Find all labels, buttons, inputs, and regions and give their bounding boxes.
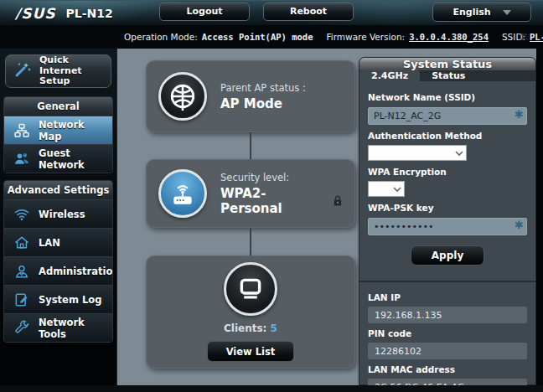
sidebar-item-label: Wireless bbox=[39, 209, 85, 220]
sidebar-item-label: Administration bbox=[39, 266, 113, 277]
clients-icon bbox=[518, 31, 530, 43]
chevron-down-icon bbox=[393, 186, 401, 193]
security-level-card[interactable]: Security level: WPA2-Personal bbox=[146, 159, 355, 228]
globe-icon bbox=[158, 72, 207, 121]
sidebar-item-network-map[interactable]: Network Map bbox=[4, 116, 112, 144]
auth-method-label: Authentication Method bbox=[368, 131, 527, 141]
sidebar-item-network-tools[interactable]: Network Tools bbox=[4, 313, 112, 342]
top-bar: /SUS PL-N12 Logout Reboot English bbox=[0, 0, 543, 25]
sidebar: Quick Internet Setup General Network Map bbox=[0, 49, 117, 392]
ssid-link[interactable]: PL-N12_AC_2G bbox=[530, 32, 543, 42]
parent-ap-card[interactable]: Parent AP status : AP Mode bbox=[146, 60, 355, 132]
operation-mode-label: Operation Mode: bbox=[124, 32, 198, 42]
sidebar-item-label: Quick Internet Setup bbox=[39, 55, 104, 87]
apply-button[interactable]: Apply bbox=[411, 245, 484, 266]
status-tabs: 2.4GHz Status bbox=[359, 70, 535, 81]
firmware-label: Firmware Version: bbox=[327, 32, 406, 42]
language-dropdown[interactable]: English bbox=[432, 3, 531, 22]
pin-code-label: PIN code bbox=[368, 328, 527, 338]
asus-logo: /SUS bbox=[15, 5, 56, 22]
connector-line bbox=[250, 132, 251, 159]
main-content: Parent AP status : AP Mode S bbox=[117, 49, 536, 385]
house-icon bbox=[13, 234, 31, 252]
sidebar-item-label: Network Map bbox=[39, 119, 104, 142]
parent-ap-status-label: Parent AP status : bbox=[220, 82, 306, 94]
firmware-version-link[interactable]: 3.0.0.4.380_254 bbox=[409, 32, 489, 42]
lan-ip-value: 192.168.1.135 bbox=[368, 307, 527, 323]
security-level-value: WPA2-Personal bbox=[220, 186, 328, 216]
system-status-title: System Status bbox=[359, 58, 535, 70]
client-monitor-icon bbox=[224, 262, 277, 316]
sidebar-item-lan[interactable]: LAN bbox=[4, 228, 112, 256]
security-level-label: Security level: bbox=[220, 172, 343, 183]
network-map-icon bbox=[13, 121, 31, 140]
info-row: LAN IP 192.168.1.135 bbox=[368, 292, 527, 323]
lock-icon bbox=[333, 195, 343, 207]
system-status-panel: System Status 2.4GHz Status Network Name… bbox=[359, 57, 536, 385]
tab-status[interactable]: Status bbox=[420, 70, 477, 81]
language-label: English bbox=[452, 7, 490, 18]
sidebar-item-wireless[interactable]: Wireless bbox=[4, 199, 112, 228]
auth-method-select[interactable] bbox=[368, 145, 467, 161]
sidebar-item-guest-network[interactable]: Guest Network bbox=[4, 144, 112, 173]
info-row: PIN code 12286102 bbox=[368, 328, 527, 359]
router-admin-page: /SUS PL-N12 Logout Reboot English Operat… bbox=[0, 0, 543, 392]
clients-card[interactable]: Clients: 5 View List bbox=[146, 255, 355, 369]
lan-mac-label: LAN MAC address bbox=[368, 364, 527, 374]
view-list-button[interactable]: View List bbox=[207, 341, 294, 362]
model-name: PL-N12 bbox=[66, 7, 113, 20]
guest-network-icon bbox=[13, 150, 31, 168]
pin-code-value: 12286102 bbox=[368, 343, 527, 359]
sidebar-item-system-log[interactable]: System Log bbox=[4, 285, 112, 313]
sidebar-item-label: Guest Network bbox=[39, 147, 104, 171]
network-map-cards: Parent AP status : AP Mode S bbox=[146, 60, 355, 369]
log-document-icon bbox=[13, 291, 31, 309]
info-bar: Operation Mode: Access Point(AP) mode Fi… bbox=[0, 25, 543, 49]
wrench-icon bbox=[13, 319, 31, 338]
group-header-general: General bbox=[4, 97, 112, 116]
sidebar-item-quick-internet-setup[interactable]: Quick Internet Setup bbox=[5, 54, 111, 88]
operation-mode-value: Access Point(AP) mode bbox=[202, 32, 313, 42]
connector-line bbox=[250, 228, 251, 255]
sidebar-item-administration[interactable]: Administration bbox=[4, 256, 112, 285]
parent-ap-status-value: AP Mode bbox=[220, 96, 306, 111]
sidebar-item-label: Network Tools bbox=[39, 317, 104, 340]
bottom-strip bbox=[0, 385, 543, 392]
sidebar-item-label: LAN bbox=[39, 237, 60, 249]
magic-wand-icon bbox=[13, 59, 33, 83]
wireless-settings-form: Network Name (SSID) ✱ Authentication Met… bbox=[359, 81, 535, 281]
brand: /SUS PL-N12 bbox=[15, 5, 113, 22]
wpa-encryption-select[interactable] bbox=[368, 181, 405, 197]
access-point-icon bbox=[158, 169, 207, 218]
chevron-down-icon bbox=[455, 150, 463, 157]
sidebar-group-advanced-settings: Advanced Settings Wireless LAN bbox=[3, 180, 113, 343]
clients-count: 5 bbox=[271, 322, 277, 334]
device-info-section: LAN IP 192.168.1.135 PIN code 12286102 L… bbox=[359, 281, 535, 392]
wireless-icon bbox=[13, 205, 31, 224]
tab-2-4ghz[interactable]: 2.4GHz bbox=[359, 70, 420, 81]
ssid-field-label: Network Name (SSID) bbox=[368, 92, 527, 102]
reboot-button[interactable]: Reboot bbox=[263, 3, 354, 21]
psk-key-label: WPA-PSK key bbox=[368, 203, 527, 213]
sidebar-item-label: System Log bbox=[39, 294, 101, 306]
administrator-icon bbox=[13, 262, 31, 281]
chevron-down-icon bbox=[503, 10, 511, 15]
psk-key-input[interactable] bbox=[368, 218, 527, 235]
clients-label: Clients: bbox=[224, 322, 266, 334]
wpa-encryption-label: WPA Encryption bbox=[368, 167, 527, 177]
logout-button[interactable]: Logout bbox=[159, 3, 250, 21]
lan-ip-label: LAN IP bbox=[368, 292, 527, 302]
sidebar-group-general: General Network Map bbox=[3, 96, 113, 173]
ssid-input[interactable] bbox=[368, 107, 527, 125]
group-header-advanced-settings: Advanced Settings bbox=[4, 181, 112, 199]
